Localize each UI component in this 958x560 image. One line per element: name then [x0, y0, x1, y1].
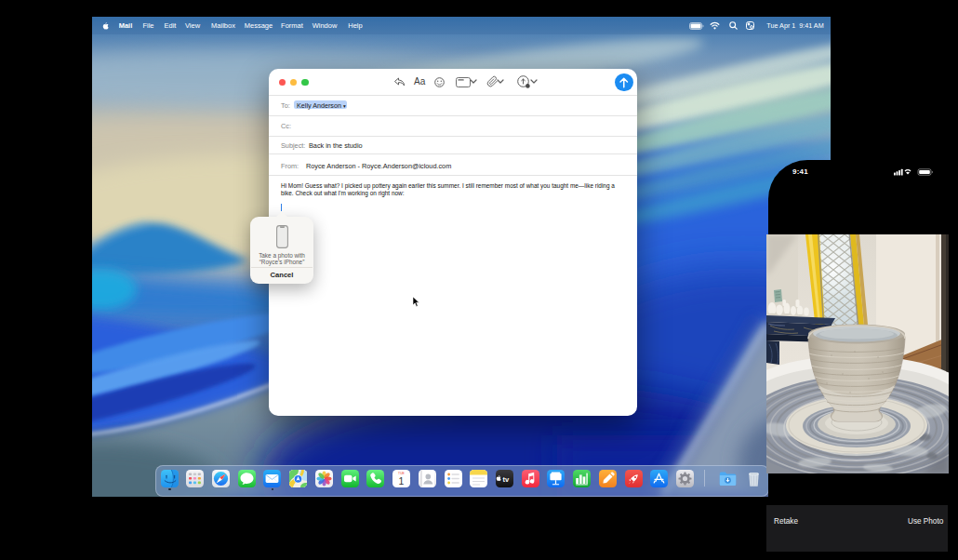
svg-text:tv: tv — [502, 474, 509, 483]
svg-text:1: 1 — [399, 474, 405, 486]
